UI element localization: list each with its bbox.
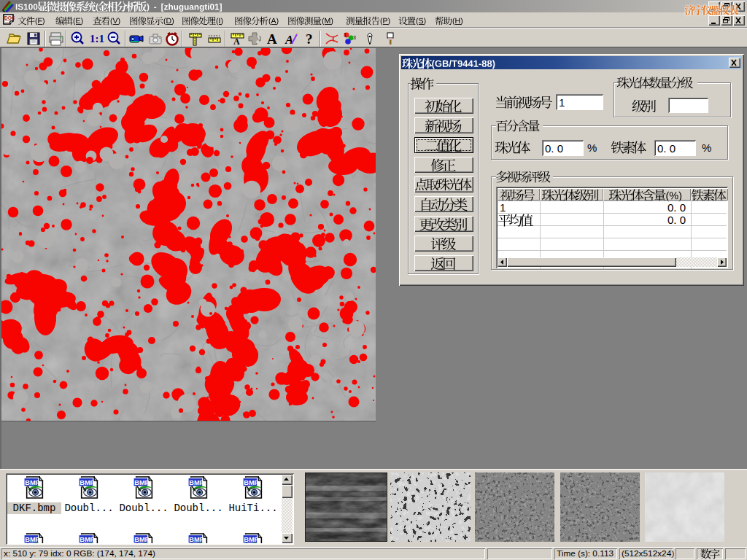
svg-text:BMP: BMP <box>134 479 150 486</box>
svg-text:BMP: BMP <box>189 479 204 486</box>
svg-text:3: 3 <box>353 35 356 40</box>
svg-text:1:1: 1:1 <box>90 33 104 44</box>
svg-text:BMP: BMP <box>244 536 259 543</box>
svg-text:?: ? <box>306 31 313 47</box>
svg-text:BMP: BMP <box>80 479 95 486</box>
svg-text:1: 1 <box>344 32 347 37</box>
svg-text:BMP: BMP <box>189 536 204 543</box>
svg-text:A: A <box>267 31 277 47</box>
svg-text:BMP: BMP <box>134 536 150 543</box>
svg-text:DOC: DOC <box>4 15 15 20</box>
svg-text:A: A <box>285 33 293 47</box>
svg-text:BMP: BMP <box>25 479 40 486</box>
svg-text:BMP: BMP <box>80 536 95 543</box>
svg-text:BMP: BMP <box>244 479 259 486</box>
svg-text:BMP: BMP <box>25 536 40 543</box>
svg-text:A: A <box>233 36 240 47</box>
